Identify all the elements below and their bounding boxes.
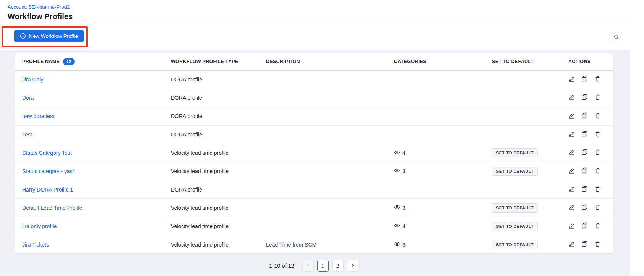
eye-icon — [394, 241, 400, 248]
table-body: Jira Only DORA profile — [15, 71, 613, 253]
chevron-left-icon — [305, 263, 311, 269]
profile-name-link[interactable]: Status Category Test — [22, 150, 72, 156]
pagination-next-button[interactable] — [347, 260, 358, 272]
copy-button[interactable] — [581, 112, 588, 120]
delete-button[interactable] — [594, 76, 601, 83]
copy-button[interactable] — [581, 222, 588, 230]
table-row: new dora test DORA profile — [15, 107, 613, 126]
copy-button[interactable] — [581, 94, 588, 102]
edit-pencil-icon — [568, 76, 575, 83]
trash-icon — [594, 167, 601, 175]
copy-button[interactable] — [581, 167, 588, 175]
profile-name-link[interactable]: new dora test — [22, 113, 54, 119]
delete-button[interactable] — [594, 131, 601, 138]
edit-button[interactable] — [568, 204, 575, 212]
copy-button[interactable] — [581, 131, 588, 138]
table-row: Default Lead Time Profile Velocity lead … — [15, 199, 613, 217]
content-right-border — [630, 0, 630, 276]
profile-type: Velocity lead time profile — [171, 242, 266, 248]
search-button[interactable] — [611, 32, 622, 43]
delete-button[interactable] — [594, 204, 601, 212]
profile-name-link[interactable]: Harry DORA Profile 1 — [22, 187, 73, 193]
delete-button[interactable] — [594, 94, 601, 102]
copy-button[interactable] — [581, 204, 588, 212]
profile-name-link[interactable]: Test — [22, 132, 32, 138]
profile-categories: 3 — [394, 241, 406, 248]
copy-icon — [581, 76, 588, 83]
edit-button[interactable] — [568, 186, 575, 193]
edit-button[interactable] — [568, 131, 575, 138]
delete-button[interactable] — [594, 186, 601, 193]
table-row: Test DORA profile — [15, 126, 613, 144]
profile-name-link[interactable]: Default Lead Time Profile — [22, 205, 82, 211]
column-set-to-default: SET TO DEFAULT — [492, 59, 557, 64]
trash-icon — [594, 112, 601, 120]
edit-button[interactable] — [568, 112, 575, 120]
edit-button[interactable] — [568, 167, 575, 175]
delete-button[interactable] — [594, 167, 601, 175]
profile-name-link[interactable]: Jira Tickets — [22, 242, 49, 248]
profile-type: Velocity lead time profile — [171, 168, 266, 174]
column-categories: CATEGORIES — [394, 59, 492, 64]
profile-type: DORA profile — [171, 187, 266, 193]
trash-icon — [594, 131, 601, 138]
table-row: Status category - yash Velocity lead tim… — [15, 162, 613, 180]
edit-pencil-icon — [568, 167, 575, 175]
column-profile-name: PROFILE NAME 12 — [15, 58, 171, 65]
edit-pencil-icon — [568, 112, 575, 120]
profile-type: DORA profile — [171, 95, 266, 101]
copy-button[interactable] — [581, 76, 588, 83]
page-header: Account: SEI-Internal-Prod2 Workflow Pro… — [0, 0, 630, 24]
copy-icon — [581, 94, 588, 102]
edit-button[interactable] — [568, 76, 575, 83]
chevron-right-icon — [350, 263, 355, 269]
profile-name-link[interactable]: Dora — [22, 95, 34, 101]
trash-icon — [594, 186, 601, 193]
edit-pencil-icon — [568, 131, 575, 138]
profile-type: DORA profile — [171, 113, 266, 119]
edit-pencil-icon — [568, 204, 575, 212]
delete-button[interactable] — [594, 149, 601, 157]
edit-pencil-icon — [568, 149, 575, 157]
profile-categories: 4 — [394, 222, 406, 230]
copy-button[interactable] — [581, 241, 588, 248]
edit-button[interactable] — [568, 222, 575, 230]
set-to-default-badge: SET TO DEFAULT — [492, 167, 538, 176]
categories-count: 3 — [402, 242, 406, 248]
profile-categories: 4 — [394, 149, 406, 157]
profile-type: Velocity lead time profile — [171, 223, 266, 229]
set-to-default-badge: SET TO DEFAULT — [492, 148, 538, 157]
pagination-page-1[interactable]: 1 — [317, 260, 329, 272]
pagination-prev-button[interactable] — [302, 260, 314, 272]
profile-categories: 3 — [394, 167, 406, 175]
table-row: Jira Only DORA profile — [15, 71, 613, 89]
table-row: Jira Tickets Velocity lead time profile … — [15, 235, 613, 253]
profile-name-link[interactable]: Status category - yash — [22, 168, 75, 174]
trash-icon — [594, 76, 601, 83]
delete-button[interactable] — [594, 222, 601, 230]
profile-type: Velocity lead time profile — [171, 205, 266, 211]
profile-type: DORA profile — [171, 132, 266, 138]
pagination-page-2[interactable]: 2 — [332, 260, 344, 272]
account-breadcrumb[interactable]: Account: SEI-Internal-Prod2 — [8, 4, 70, 10]
table-row: Status Category Test Velocity lead time … — [15, 144, 613, 162]
row-count-badge: 12 — [63, 58, 75, 65]
table-row: Dora DORA profile — [15, 89, 613, 107]
copy-button[interactable] — [581, 186, 588, 193]
profile-type: Velocity lead time profile — [171, 150, 266, 156]
delete-button[interactable] — [594, 241, 601, 248]
profile-name-link[interactable]: Jira Only — [22, 76, 43, 83]
edit-button[interactable] — [568, 94, 575, 102]
profile-categories: 3 — [394, 204, 406, 211]
plus-circle-icon — [20, 33, 26, 39]
copy-icon — [581, 222, 588, 230]
copy-button[interactable] — [581, 149, 588, 157]
profile-name-link[interactable]: jira only profile — [22, 223, 57, 229]
new-workflow-profile-button[interactable]: New Workflow Profile — [14, 30, 84, 42]
eye-icon — [394, 204, 400, 211]
toolbar: New Workflow Profile — [0, 24, 630, 50]
edit-button[interactable] — [568, 241, 575, 248]
copy-icon — [581, 149, 588, 157]
edit-button[interactable] — [568, 149, 575, 157]
delete-button[interactable] — [594, 112, 601, 120]
